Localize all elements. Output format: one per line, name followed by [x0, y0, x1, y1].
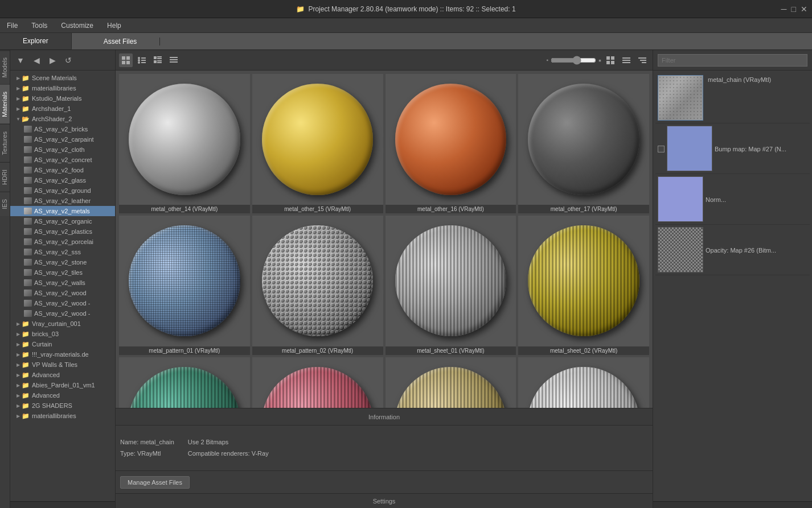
- svg-rect-16: [170, 57, 178, 58]
- tree-item-bricks03[interactable]: ▶ 📁 bricks_03: [10, 329, 115, 339]
- minimize-button[interactable]: ─: [781, 5, 787, 14]
- asset-content[interactable]: metal_chain (VRayMtl) Bump map: Map #27 …: [653, 71, 812, 501]
- tree-item-abies[interactable]: ▶ 📁 Abies_Pardei_01_vm1: [10, 380, 115, 390]
- info-compatible-value: V-Ray: [252, 450, 269, 457]
- tab-explorer[interactable]: Explorer: [0, 33, 72, 49]
- tree-item-scene-materials[interactable]: ▶ 📁 Scene Materials: [10, 73, 115, 83]
- menu-tools[interactable]: Tools: [29, 20, 50, 31]
- tree-item-metals[interactable]: AS_vray_v2_metals: [10, 206, 115, 216]
- asset-item-opacity[interactable]: Opacity: Map #26 (Bitm...: [655, 225, 810, 275]
- tree-item-concret[interactable]: AS_vray_v2_concret: [10, 155, 115, 165]
- grid-item-metal-teal[interactable]: metal_other_18 (VRayMtl): [118, 357, 251, 408]
- grid-item-metal-light-silver[interactable]: metal_other_21 (VRayMtl): [518, 357, 650, 408]
- expand-arrow: ▶: [15, 371, 22, 378]
- side-panel-ies[interactable]: IES: [0, 192, 10, 216]
- size-slider[interactable]: [551, 56, 596, 65]
- grid-item-metal-champagne[interactable]: metal_other_20 (VRayMtl): [385, 357, 517, 408]
- tree-item-wood2[interactable]: AS_vray_v2_wood -: [10, 298, 115, 308]
- tree-item-ground[interactable]: AS_vray_v2_ground: [10, 185, 115, 196]
- tree-item-tiles[interactable]: AS_vray_v2_tiles: [10, 267, 115, 278]
- material-icon: [24, 279, 32, 286]
- tree-item-vp-walls[interactable]: ▶ 📁 VP Walls & Tiles: [10, 360, 115, 370]
- tree-item-materiallib2[interactable]: ▶ 📁 materiallibraries: [10, 411, 115, 421]
- grid-item-metal-pattern-01[interactable]: metal_pattern_01 (VRayMtl): [118, 215, 251, 356]
- grid-item-metal-pattern-02[interactable]: metal_pattern_02 (VRayMtl): [252, 215, 384, 356]
- tree-item-archshader2[interactable]: ▼ 📂 ArchShader_2: [10, 114, 115, 124]
- side-panel-hdri[interactable]: HDRI: [0, 162, 10, 192]
- asset-thumb-metal-chain: [658, 75, 703, 121]
- asset-filter-input[interactable]: [658, 54, 807, 67]
- tree-item-wood3[interactable]: AS_vray_v2_wood -: [10, 308, 115, 319]
- nav-dropdown-button[interactable]: ▼: [14, 53, 27, 67]
- grid-item-metal-other-14[interactable]: metal_other_14 (VRayMtl): [118, 73, 251, 214]
- tree-item-advanced1[interactable]: ▶ 📁 Advanced: [10, 370, 115, 380]
- toolbar-btn-2[interactable]: [135, 53, 149, 67]
- toolbar-btn-4[interactable]: [167, 53, 181, 67]
- tree-item-2g-shaders[interactable]: ▶ 📁 2G SHADERS: [10, 400, 115, 411]
- menu-help[interactable]: Help: [105, 20, 124, 31]
- tree-item-curtain[interactable]: ▶ 📁 Curtain: [10, 339, 115, 349]
- view-grid-button[interactable]: [604, 53, 617, 67]
- map-checkbox[interactable]: [658, 146, 665, 152]
- tree-item-carpaint[interactable]: AS_vray_v2_carpaint: [10, 134, 115, 144]
- tree-item-food[interactable]: AS_vray_v2_food: [10, 165, 115, 175]
- close-button[interactable]: ✕: [801, 5, 807, 14]
- tab-asset-files-container: Asset Files: [72, 33, 812, 49]
- nav-refresh-button[interactable]: ↺: [61, 53, 75, 67]
- tree-item-walls[interactable]: AS_vray_v2_walls: [10, 278, 115, 288]
- folder-icon: 📁: [22, 350, 30, 358]
- view-options-button[interactable]: [635, 53, 649, 67]
- side-panel-models[interactable]: Models: [0, 50, 10, 84]
- tree-item-organic[interactable]: AS_vray_v2_organic: [10, 216, 115, 226]
- tree-item-leather[interactable]: AS_vray_v2_leather: [10, 196, 115, 206]
- thumb-inner: [518, 357, 649, 408]
- tree-item-vray-curtain[interactable]: ▶ 📁 Vray_curtain_001: [10, 319, 115, 329]
- folder-icon: 📁: [22, 391, 30, 399]
- grid-item-metal-other-15[interactable]: metal_other_15 (VRayMtl): [252, 73, 384, 214]
- expand-arrow: ▶: [15, 331, 22, 337]
- grid-thumb: [252, 357, 383, 408]
- menu-customize[interactable]: Customize: [59, 20, 96, 31]
- folder-icon: 📁: [22, 361, 30, 369]
- grid-item-metal-other-16[interactable]: metal_other_16 (VRayMtl): [385, 73, 517, 214]
- material-grid[interactable]: metal_other_14 (VRayMtl) metal_other_15 …: [116, 71, 653, 408]
- tree-item-bricks[interactable]: AS_vray_v2_bricks: [10, 124, 115, 134]
- tree-item-wood1[interactable]: AS_vray_v2_wood: [10, 288, 115, 298]
- grid-item-metal-rose[interactable]: metal_other_19 (VRayMtl): [252, 357, 384, 408]
- toolbar-btn-1[interactable]: [119, 53, 133, 67]
- tree-item-porcelain[interactable]: AS_vray_v2_porcelai: [10, 237, 115, 247]
- tree-item-vray-mat[interactable]: ▶ 📁 !!!_vray-materials.de: [10, 349, 115, 360]
- tab-asset-files[interactable]: Asset Files: [81, 38, 161, 46]
- manage-asset-files-button[interactable]: Manage Asset Files: [120, 476, 190, 489]
- tree-item-glass[interactable]: AS_vray_v2_glass: [10, 175, 115, 185]
- toolbar-btn-3[interactable]: [151, 53, 165, 67]
- asset-item-metal-chain[interactable]: metal_chain (VRayMtl): [655, 73, 810, 123]
- tree-scrollbar-horizontal[interactable]: [10, 501, 115, 508]
- tree-item-cloth[interactable]: AS_vray_v2_cloth: [10, 144, 115, 155]
- tree-item-sss[interactable]: AS_vray_v2_sss: [10, 247, 115, 257]
- asset-item-normal[interactable]: Norm...: [655, 174, 810, 225]
- titlebar-controls[interactable]: ─ □ ✕: [781, 5, 807, 14]
- menu-file[interactable]: File: [5, 20, 20, 31]
- tree-item-plastics[interactable]: AS_vray_v2_plastics: [10, 226, 115, 237]
- maximize-button[interactable]: □: [792, 5, 796, 14]
- grid-item-metal-sheet-02[interactable]: metal_sheet_02 (VRayMtl): [518, 215, 650, 356]
- tree-view[interactable]: ▶ 📁 Scene Materials ▶ 📁 materiallibrarie…: [10, 71, 115, 501]
- asset-scrollbar-horizontal[interactable]: [653, 501, 812, 508]
- nav-back-button[interactable]: ◀: [30, 53, 43, 67]
- tree-item-archshader1[interactable]: ▶ 📁 Archshader_1: [10, 104, 115, 114]
- side-panel-materials[interactable]: Materials: [0, 84, 10, 124]
- side-panel-textures[interactable]: Textures: [0, 124, 10, 162]
- material-ball: [129, 367, 240, 408]
- tree-item-kstudio[interactable]: ▶ 📁 Kstudio_Materials: [10, 93, 115, 104]
- tree-item-materiallibraries[interactable]: ▶ 📁 materiallibraries: [10, 83, 115, 93]
- view-list-button[interactable]: [620, 53, 633, 67]
- tree-item-advanced2[interactable]: ▶ 📁 Advanced: [10, 390, 115, 400]
- grid-item-metal-other-17[interactable]: metal_other_17 (VRayMtl): [518, 73, 650, 214]
- nav-forward-button[interactable]: ▶: [46, 53, 59, 67]
- asset-item-bump-map[interactable]: Bump map: Map #27 (N...: [655, 123, 810, 174]
- tree-item-stone[interactable]: AS_vray_v2_stone: [10, 257, 115, 267]
- grid-item-metal-sheet-01[interactable]: metal_sheet_01 (VRayMtl): [385, 215, 517, 356]
- material-icon: [24, 156, 32, 163]
- asset-thumb-bump: [667, 126, 712, 171]
